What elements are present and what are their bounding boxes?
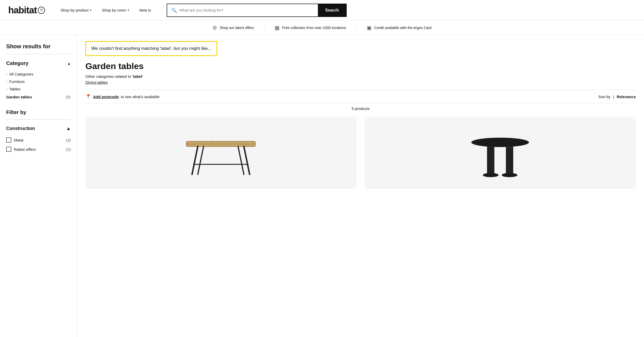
location-icon: 📍 bbox=[85, 94, 91, 99]
construction-title[interactable]: Construction ▲ bbox=[6, 126, 71, 131]
sort-section: Sort by | Relevance bbox=[598, 95, 636, 99]
chevron-down-icon: ▾ bbox=[90, 8, 92, 12]
svg-point-19 bbox=[502, 173, 517, 177]
svg-line-13 bbox=[238, 146, 244, 174]
credit-icon: ▣ bbox=[367, 25, 372, 31]
chevron-up-icon: ▲ bbox=[66, 126, 71, 131]
search-icon: 🔍 bbox=[171, 7, 177, 13]
filter-option-rattan[interactable]: Rattan effect (2) bbox=[6, 145, 71, 154]
promo-collection[interactable]: ▦ Free collection from over 1000 locatio… bbox=[264, 25, 356, 31]
promo-credit[interactable]: ▣ Credit available with the Argos Card bbox=[356, 25, 442, 31]
nav-new-in[interactable]: New in bbox=[134, 6, 156, 14]
sidebar-category-furniture[interactable]: ‹ Furniture bbox=[6, 78, 71, 85]
svg-line-12 bbox=[198, 146, 203, 174]
promo-offers[interactable]: ⚙ Shop our latest offers bbox=[202, 25, 264, 31]
chevron-down-icon: ▾ bbox=[128, 8, 129, 12]
filter-divider bbox=[6, 119, 71, 120]
sort-value[interactable]: Relevance bbox=[617, 95, 636, 99]
products-grid bbox=[85, 117, 636, 193]
main-content: We couldn't find anything matching 'tabe… bbox=[77, 35, 644, 337]
promo-credit-text: Credit available with the Argos Card bbox=[374, 26, 432, 30]
postcode-section: 📍 Add postcode to see what's available bbox=[85, 94, 159, 99]
product-card-1[interactable] bbox=[85, 117, 356, 193]
show-results-heading: Show results for bbox=[6, 43, 71, 50]
search-bar: 🔍 Search bbox=[167, 4, 347, 17]
sidebar: Show results for Category ▲ ‹ All Catego… bbox=[0, 35, 77, 337]
svg-rect-17 bbox=[506, 146, 513, 175]
svg-line-11 bbox=[244, 146, 250, 174]
related-categories: Other categories related to 'tabel' bbox=[85, 74, 636, 79]
nav-shop-by-product[interactable]: Shop by product ▾ bbox=[55, 6, 97, 14]
construction-section: Construction ▲ Metal (3) Rattan effect (… bbox=[6, 126, 71, 154]
svg-point-15 bbox=[471, 138, 529, 147]
back-arrow-icon: ‹ bbox=[6, 72, 7, 76]
not-found-message: We couldn't find anything matching 'tabe… bbox=[85, 41, 217, 56]
main-layout: Show results for Category ▲ ‹ All Catego… bbox=[0, 35, 644, 337]
back-arrow-icon: ‹ bbox=[6, 80, 7, 83]
main-nav: Shop by product ▾ Shop by room ▾ New in bbox=[55, 6, 156, 14]
search-input[interactable] bbox=[180, 8, 314, 12]
metal-checkbox[interactable] bbox=[6, 137, 11, 143]
sidebar-category-tables[interactable]: ‹ Tables bbox=[6, 85, 71, 93]
product-image-2 bbox=[365, 117, 636, 189]
chevron-up-icon: ▲ bbox=[67, 61, 71, 65]
sort-label: Sort by bbox=[598, 95, 611, 99]
logo-text: habitat bbox=[8, 5, 37, 16]
sidebar-divider bbox=[6, 54, 71, 54]
promo-offers-text: Shop our latest offers bbox=[220, 26, 254, 30]
header: habitat ♡ Shop by product ▾ Shop by room… bbox=[0, 0, 644, 21]
offers-icon: ⚙ bbox=[212, 25, 217, 31]
sidebar-category-all[interactable]: ‹ All Categories bbox=[6, 70, 71, 78]
filter-option-metal[interactable]: Metal (3) bbox=[6, 135, 71, 145]
nav-shop-by-room[interactable]: Shop by room ▾ bbox=[97, 6, 134, 14]
promo-collection-text: Free collection from over 1000 locations bbox=[282, 26, 346, 30]
category-section-title[interactable]: Category ▲ bbox=[6, 60, 71, 66]
results-bar: 📍 Add postcode to see what's available S… bbox=[85, 90, 636, 103]
rattan-checkbox[interactable] bbox=[6, 147, 11, 152]
search-input-wrap: 🔍 bbox=[167, 4, 318, 16]
svg-rect-16 bbox=[487, 146, 495, 175]
postcode-text: to see what's available bbox=[121, 95, 159, 99]
back-arrow-icon: ‹ bbox=[6, 87, 7, 91]
filter-by-title: Filter by bbox=[6, 109, 71, 115]
logo[interactable]: habitat ♡ bbox=[8, 5, 45, 16]
product-image-1 bbox=[85, 117, 356, 189]
collection-icon: ▦ bbox=[275, 25, 280, 31]
dining-tables-link[interactable]: Dining tables bbox=[85, 80, 108, 85]
search-button[interactable]: Search bbox=[318, 4, 346, 16]
filter-section: Filter by Construction ▲ Metal (3) Ratta… bbox=[6, 109, 71, 154]
svg-point-18 bbox=[483, 173, 499, 177]
add-postcode-link[interactable]: Add postcode bbox=[93, 95, 119, 99]
sidebar-category-garden-tables[interactable]: Garden tables (5) bbox=[6, 93, 71, 101]
product-card-2[interactable] bbox=[365, 117, 636, 193]
result-heading: Garden tables bbox=[85, 61, 636, 71]
products-count: 5 products bbox=[85, 106, 636, 111]
logo-icon: ♡ bbox=[38, 7, 45, 14]
promo-bar: ⚙ Shop our latest offers ▦ Free collecti… bbox=[0, 21, 644, 35]
svg-line-10 bbox=[192, 146, 198, 174]
